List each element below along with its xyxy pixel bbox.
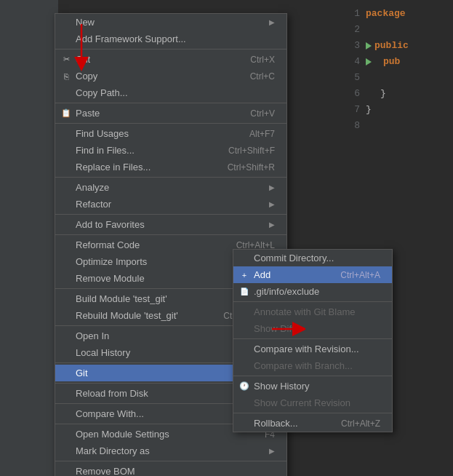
menu-item-copy-path[interactable]: Copy Path...: [55, 84, 286, 101]
menu-item-copy[interactable]: ⎘ Copy Ctrl+C: [55, 68, 286, 84]
submenu-separator-4: [233, 413, 392, 413]
menu-item-mark-directory[interactable]: Mark Directory as ▶: [55, 443, 286, 459]
separator-5: [55, 214, 286, 215]
separator-4: [55, 177, 286, 178]
submenu-item-commit-directory[interactable]: Commit Directory...: [233, 250, 392, 266]
menu-item-add-framework[interactable]: Add Framework Support...: [55, 31, 286, 47]
menu-item-find-usages[interactable]: Find Usages Alt+F7: [55, 125, 286, 142]
menu-item-refactor[interactable]: Refactor ▶: [55, 196, 286, 213]
separator-3: [55, 123, 286, 124]
paste-icon: 📋: [60, 108, 73, 118]
submenu-separator-3: [233, 376, 392, 376]
analyze-arrow: ▶: [269, 183, 275, 191]
separator-2: [55, 103, 286, 103]
mark-directory-arrow: ▶: [269, 447, 275, 455]
submenu-item-rollback[interactable]: Rollback... Ctrl+Alt+Z: [233, 415, 392, 432]
menu-item-find-in-files[interactable]: Find in Files... Ctrl+Shift+F: [55, 142, 286, 159]
scissors-icon: ✂: [60, 55, 73, 64]
menu-item-new[interactable]: New ▶: [55, 14, 286, 31]
submenu-separator-1: [233, 301, 392, 302]
submenu-separator-2: [233, 338, 392, 339]
git-submenu: Commit Directory... + Add Ctrl+Alt+A 📄 .…: [233, 249, 393, 432]
menu-item-paste[interactable]: 📋 Paste Ctrl+V: [55, 105, 286, 122]
add-icon: +: [238, 271, 251, 279]
run-arrow-3: [366, 42, 372, 49]
submenu-item-show-history[interactable]: 🕐 Show History: [233, 378, 392, 394]
refactor-arrow: ▶: [269, 200, 275, 208]
clock-icon: 🕐: [238, 381, 251, 391]
submenu-item-show-diff: Show Diff: [233, 320, 392, 337]
menu-item-remove-bom[interactable]: Remove BOM: [55, 463, 286, 476]
copy-icon: ⎘: [60, 72, 73, 81]
submenu-item-compare-branch: Compare with Branch...: [233, 357, 392, 374]
menu-item-replace-in-files[interactable]: Replace in Files... Ctrl+Shift+R: [55, 159, 286, 175]
submenu-item-gitinfo[interactable]: 📄 .git/info/exclude: [233, 283, 392, 300]
submenu-item-add[interactable]: + Add Ctrl+Alt+A: [233, 266, 392, 283]
sidebar: [0, 0, 58, 476]
separator-6: [55, 234, 286, 235]
run-arrow-4: [366, 58, 372, 66]
menu-item-favorites[interactable]: Add to Favorites ▶: [55, 216, 286, 233]
menu-item-analyze[interactable]: Analyze ▶: [55, 179, 286, 196]
menu-item-cut[interactable]: ✂ Cut Ctrl+X: [55, 51, 286, 68]
submenu-item-show-current-revision: Show Current Revision: [233, 394, 392, 411]
separator-1: [55, 49, 286, 49]
submenu-item-compare-revision[interactable]: Compare with Revision...: [233, 341, 392, 357]
separator-13: [55, 461, 286, 461]
submenu-arrow: ▶: [269, 18, 275, 26]
submenu-item-annotate: Annotate with Git Blame: [233, 304, 392, 320]
file-icon: 📄: [238, 287, 251, 295]
favorites-arrow: ▶: [269, 221, 275, 229]
code-lines: 1 package 2 3 public 4 pub 5 6 } 7 }: [345, 6, 444, 134]
